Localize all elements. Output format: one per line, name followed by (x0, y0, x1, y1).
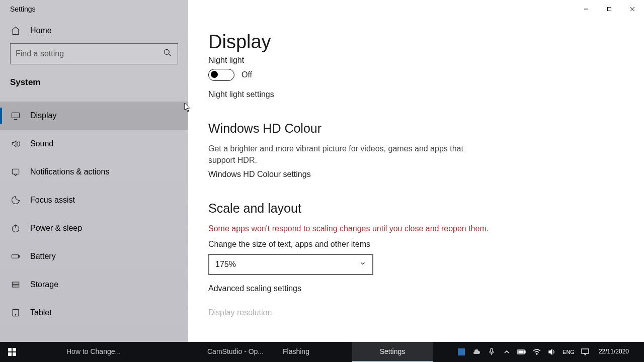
svg-rect-8 (12, 169, 19, 174)
svg-rect-18 (13, 348, 16, 351)
tray-chevron-up-icon[interactable] (502, 347, 511, 356)
advanced-scaling-link[interactable]: Advanced scaling settings (208, 284, 624, 293)
svg-rect-14 (12, 285, 19, 287)
sidebar-item-sound[interactable]: Sound (0, 130, 188, 158)
taskbar-tab[interactable]: How to Change... (60, 342, 156, 362)
scale-size-dropdown[interactable]: 175% (208, 254, 373, 275)
focus-assist-icon (10, 195, 21, 206)
maximize-button[interactable] (598, 1, 621, 17)
taskbar-clock[interactable]: 22/11/2020 (596, 348, 632, 355)
hdcolour-desc: Get a brighter and more vibrant picture … (208, 143, 490, 166)
svg-rect-12 (19, 255, 20, 257)
svg-rect-11 (12, 255, 19, 258)
sidebar-item-tablet[interactable]: Tablet (0, 299, 188, 327)
svg-rect-13 (12, 282, 19, 284)
sidebar-home-label: Home (30, 26, 52, 35)
display-icon (10, 110, 21, 121)
nightlight-state: Off (242, 70, 252, 79)
svg-point-4 (164, 49, 169, 54)
svg-rect-20 (13, 352, 16, 356)
svg-rect-1 (608, 8, 611, 11)
sidebar-item-battery[interactable]: Battery (0, 242, 188, 270)
tray-volume-icon[interactable] (547, 347, 556, 356)
sound-icon (10, 138, 21, 149)
start-button[interactable] (0, 342, 24, 362)
tray-language-icon[interactable]: ENG (562, 347, 575, 356)
taskbar-date: 22/11/2020 (599, 348, 629, 355)
sidebar-item-focus-assist[interactable]: Focus assist (0, 186, 188, 214)
svg-rect-21 (458, 348, 465, 355)
svg-rect-22 (491, 348, 493, 352)
svg-line-5 (169, 54, 171, 56)
svg-rect-17 (8, 348, 12, 351)
hdcolour-settings-link[interactable]: Windows HD Colour settings (208, 170, 624, 179)
svg-rect-6 (12, 113, 20, 118)
titlebar: Settings (0, 0, 644, 18)
battery-icon (10, 251, 21, 262)
tray-app-icon[interactable] (457, 347, 466, 356)
sidebar-home[interactable]: Home (0, 18, 188, 43)
sidebar-item-label: Sound (30, 139, 53, 148)
tray-mic-icon[interactable] (487, 347, 496, 356)
taskbar-tab-active[interactable]: Settings (352, 342, 433, 362)
sidebar-item-label: Power & sleep (30, 224, 82, 233)
tray-onedrive-icon[interactable] (472, 347, 481, 356)
sidebar-item-storage[interactable]: Storage (0, 270, 188, 299)
svg-rect-27 (582, 349, 589, 353)
nightlight-label: Night light (208, 56, 624, 65)
nightlight-toggle[interactable] (208, 69, 234, 81)
sidebar-item-label: Tablet (30, 308, 52, 317)
close-button[interactable] (621, 1, 644, 17)
sidebar-item-label: Storage (30, 280, 58, 289)
tablet-icon (10, 307, 21, 318)
sidebar-item-display[interactable]: Display (0, 102, 188, 130)
sidebar-item-notifications[interactable]: Notifications & actions (0, 158, 188, 186)
search-icon (163, 48, 173, 60)
display-resolution-label: Display resolution (208, 308, 624, 317)
sidebar-section-title: System (0, 68, 188, 93)
minimize-button[interactable] (575, 1, 598, 17)
tray-wifi-icon[interactable] (532, 347, 541, 356)
svg-rect-19 (8, 352, 12, 356)
power-icon (10, 223, 21, 234)
svg-point-26 (536, 353, 537, 354)
sidebar-item-label: Notifications & actions (30, 167, 109, 176)
sidebar-item-label: Display (30, 111, 56, 120)
search-field[interactable] (16, 49, 163, 58)
system-tray: ENG 22/11/2020 (454, 342, 644, 362)
tray-power-icon[interactable] (517, 347, 526, 356)
sidebar-item-power-sleep[interactable]: Power & sleep (0, 214, 188, 242)
content-area: Display Night light Off Night light sett… (188, 18, 644, 342)
scale-title: Scale and layout (208, 201, 624, 216)
svg-point-16 (15, 314, 16, 315)
scale-warning: Some apps won't respond to scaling chang… (208, 223, 490, 234)
taskbar-tab[interactable]: CamStudio - Op... (201, 342, 277, 362)
window-title: Settings (10, 5, 36, 13)
sidebar-item-label: Battery (30, 252, 56, 261)
search-input[interactable] (10, 43, 178, 64)
nightlight-settings-link[interactable]: Night light settings (208, 90, 624, 99)
storage-icon (10, 279, 21, 290)
scale-size-label: Change the size of text, apps and other … (208, 240, 624, 249)
sidebar-item-label: Focus assist (30, 196, 75, 205)
hdcolour-title: Windows HD Colour (208, 121, 624, 136)
window-controls (575, 1, 644, 17)
chevron-down-icon (359, 260, 366, 269)
scale-size-value: 175% (215, 260, 236, 269)
notifications-icon (10, 166, 21, 177)
taskbar-tab[interactable]: Flashing (277, 342, 352, 362)
home-icon (10, 25, 21, 36)
svg-rect-24 (524, 351, 525, 353)
taskbar: How to Change... CamStudio - Op... Flash… (0, 342, 644, 362)
tray-action-center-icon[interactable] (581, 347, 590, 356)
svg-rect-25 (519, 351, 523, 353)
sidebar: Home System Display Sound (0, 18, 188, 342)
page-title: Display (208, 31, 624, 53)
